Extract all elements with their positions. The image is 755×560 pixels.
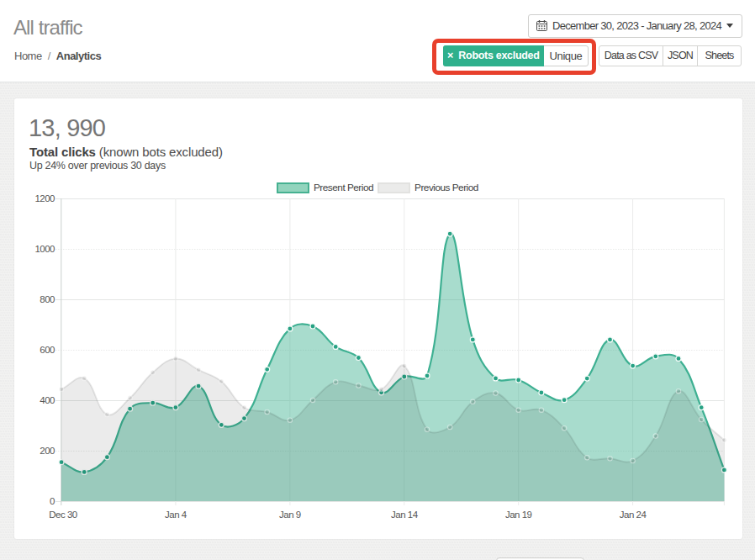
svg-text:1200: 1200 <box>34 193 55 203</box>
svg-text:Jan 24: Jan 24 <box>620 510 647 520</box>
svg-text:Jan 14: Jan 14 <box>391 510 419 520</box>
svg-text:Jan 9: Jan 9 <box>279 510 301 520</box>
svg-text:Dec 30: Dec 30 <box>49 510 77 520</box>
svg-text:Jan 4: Jan 4 <box>165 510 187 520</box>
svg-text:Jan 19: Jan 19 <box>505 510 532 520</box>
svg-text:1000: 1000 <box>34 244 55 254</box>
svg-text:600: 600 <box>40 345 55 355</box>
svg-text:400: 400 <box>40 395 55 405</box>
svg-text:800: 800 <box>40 294 55 304</box>
svg-text:200: 200 <box>40 446 55 456</box>
svg-text:0: 0 <box>50 496 55 506</box>
